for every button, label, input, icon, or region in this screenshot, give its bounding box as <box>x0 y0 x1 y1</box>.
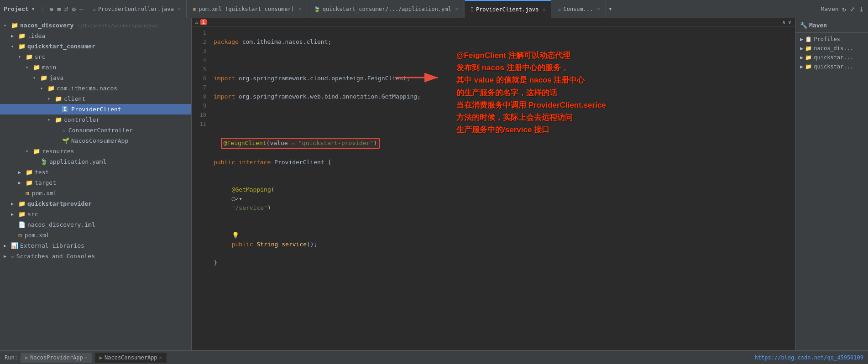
maven-item-profiles[interactable]: ▶ 📋 Profiles <box>795 35 868 44</box>
folder-icon: 📁 <box>26 169 33 176</box>
folder-icon: 📁 <box>18 43 26 50</box>
tab-pom-consumer[interactable]: m pom.xml (quickstart_consumer) ✕ <box>188 0 307 18</box>
run-tab-close2[interactable]: ✕ <box>159 355 162 360</box>
add-icon[interactable]: ⊕ <box>49 5 53 13</box>
dropdown-arrow[interactable]: ▾ <box>31 5 35 12</box>
tree-item-java[interactable]: ▾ 📁 java <box>0 73 191 83</box>
quickstart1-folder-icon: 📁 <box>805 54 812 61</box>
tree-item-scratches[interactable]: ▶ ✏️ Scratches and Consoles <box>0 251 191 261</box>
tab-close-icon[interactable]: ✕ <box>543 7 545 12</box>
sync-icon[interactable]: ↻ <box>842 5 846 13</box>
scratch-icon: ✏️ <box>11 253 15 260</box>
tree-label: quickstart_consumer <box>27 43 95 50</box>
run-tab-label2: NacosConsumerApp <box>105 354 157 361</box>
run-tab-provider[interactable]: ▶ NacosProviderApp ✕ <box>21 353 92 363</box>
tree-item-consumer-controller[interactable]: ☕ ConsumerController <box>0 125 191 135</box>
tree-label: test <box>35 169 49 176</box>
maven-panel: ▶ 📋 Profiles ▶ 📁 nacos_dis... ▶ 📁 quicks… <box>795 33 868 73</box>
tree-item-pom-consumer[interactable]: m pom.xml <box>0 188 191 198</box>
expand-arrow: ▾ <box>47 117 53 122</box>
tree-item-nacos-consumer-app[interactable]: 🌱 NacosConsumerApp <box>0 135 191 146</box>
right-panel: 🔧 Maven ▶ 📋 Profiles ▶ 📁 nacos_dis... ▶ … <box>795 18 868 350</box>
csdn-url[interactable]: https://blog.csdn.net/qq_45950109 <box>755 354 863 361</box>
settings-icon[interactable]: ⚙ <box>72 5 76 13</box>
tree-item-test[interactable]: ▶ 📁 test <box>0 167 191 177</box>
expand-arrow: ▾ <box>11 44 16 49</box>
tab-provider-controller[interactable]: ☕ ProviderController.java ✕ <box>87 0 187 18</box>
tab-close-icon[interactable]: ✕ <box>178 6 181 11</box>
folder-icon: 📁 <box>55 116 62 123</box>
tree-item-pom-root[interactable]: m pom.xml <box>0 230 191 240</box>
tab-more-arrow[interactable]: ▾ <box>609 5 612 12</box>
maven-item-quickstart1[interactable]: ▶ 📁 quickstar... <box>795 53 868 62</box>
tree-item-com-itheima-nacos[interactable]: ▾ 📁 com.itheima.nacos <box>0 83 191 94</box>
tree-item-idea[interactable]: ▶ 📁 .idea <box>0 31 191 41</box>
tree-label: application.yaml <box>49 158 106 165</box>
code-line-8: @GetMapping( ◯✓▾ "/service") <box>214 176 791 213</box>
tab-close-icon[interactable]: ✕ <box>597 6 600 11</box>
tree-item-nacos-discovery[interactable]: ▾ 📁 nacos_discovery ~/Documents/workersp… <box>0 20 191 31</box>
folder-icon: 📁 <box>18 200 26 207</box>
top-toolbar: Project ▾ | ⊕ ≡ ≓ ⚙ — ☕ ProviderControll… <box>0 0 868 18</box>
tab-provider-client[interactable]: I ProviderClient.java ✕ <box>465 0 552 18</box>
sort-icon[interactable]: ≓ <box>64 5 68 13</box>
tab-consumer[interactable]: ☕ Consum... ✕ <box>552 0 606 18</box>
expand-arrow <box>55 128 60 133</box>
run-tab-close[interactable]: ✕ <box>85 355 88 360</box>
expand-arrow <box>11 233 16 238</box>
tab-application-yml[interactable]: 🍃 quickstart_consumer/.../application.ym… <box>308 0 464 18</box>
code-line-6: @FeignClient(value = "quickstart-provide… <box>214 129 791 149</box>
download-icon[interactable]: ⤓ <box>859 5 864 13</box>
tree-label: nacos_discovery ~/Documents/workerspace/… <box>20 22 159 29</box>
tab-label: ProviderClient.java <box>476 6 539 13</box>
folder-icon: 📁 <box>33 64 40 71</box>
tree-item-provider-client[interactable]: I ProviderClient <box>0 104 191 114</box>
code-content: 1 2 3 4 5 6 7 8 9 10 11 package com.ithe… <box>192 26 795 350</box>
expand-arrow: ▾ <box>4 23 9 28</box>
tree-item-external-libs[interactable]: ▶ 📊 External Libraries <box>0 240 191 251</box>
tab-close-icon[interactable]: ✕ <box>455 6 458 11</box>
code-lines[interactable]: package com.itheima.nacos.client; import… <box>210 26 795 350</box>
tree-item-application-yaml[interactable]: 🍃 application.yaml <box>0 156 191 167</box>
tree-label: NacosConsumerApp <box>71 137 128 144</box>
minimize-icon[interactable]: — <box>79 5 83 13</box>
expand-arrow <box>18 191 24 196</box>
maven-icon: 🔧 <box>800 22 807 29</box>
status-bar: Run: ▶ NacosProviderApp ✕ ▶ NacosConsume… <box>0 350 868 364</box>
tree-item-quickstart-consumer[interactable]: ▾ 📁 quickstart_consumer <box>0 41 191 52</box>
expand-arrow: ▶ <box>11 212 16 217</box>
maven-label[interactable]: Maven <box>821 5 838 12</box>
tree-item-target[interactable]: ▶ 📁 target <box>0 177 191 188</box>
tree-label: src <box>27 211 38 218</box>
tree-item-src2[interactable]: ▶ 📁 src <box>0 209 191 219</box>
tree-item-main[interactable]: ▾ 📁 main <box>0 62 191 73</box>
expand-icon[interactable]: ⤢ <box>850 5 855 13</box>
tree-label: java <box>49 74 63 81</box>
tree-item-quickstart-provider[interactable]: ▶ 📁 quickstartprovider <box>0 198 191 209</box>
java-file-icon2: ☕ <box>558 6 561 12</box>
tab-label: pom.xml (quickstart_consumer) <box>199 6 294 12</box>
maven-item-quickstart2[interactable]: ▶ 📁 quickstar... <box>795 62 868 71</box>
tree-item-resources[interactable]: ▾ 📁 resources <box>0 146 191 156</box>
maven-panel-label: 🔧 Maven <box>800 22 863 29</box>
code-line-5 <box>214 110 791 120</box>
tree-item-nacos-iml[interactable]: 📄 nacos_discovery.iml <box>0 219 191 230</box>
expand-arrow-icon: ▶ <box>800 45 803 52</box>
code-line-2 <box>214 56 791 65</box>
run-label: Run: <box>5 354 18 361</box>
run-icon2: ▶ <box>99 354 103 361</box>
breadcrumb-arrows[interactable]: ∧ ∨ <box>782 19 791 25</box>
project-label: Project <box>4 5 29 12</box>
tree-label: pom.xml <box>32 190 57 197</box>
tree-label: src <box>35 53 45 60</box>
expand-arrow: ▾ <box>40 86 46 91</box>
tree-item-src[interactable]: ▾ 📁 src <box>0 52 191 62</box>
tab-close-icon[interactable]: ✕ <box>298 6 301 11</box>
tree-item-client[interactable]: ▾ 📁 client <box>0 94 191 104</box>
maven-item-nacos[interactable]: ▶ 📁 nacos_dis... <box>795 44 868 53</box>
list-icon[interactable]: ≡ <box>57 5 61 13</box>
nacos-folder-icon: 📁 <box>805 45 812 52</box>
folder-icon: 📁 <box>18 32 26 39</box>
run-tab-consumer[interactable]: ▶ NacosConsumerApp ✕ <box>95 353 167 363</box>
tree-item-controller[interactable]: ▾ 📁 controller <box>0 114 191 125</box>
